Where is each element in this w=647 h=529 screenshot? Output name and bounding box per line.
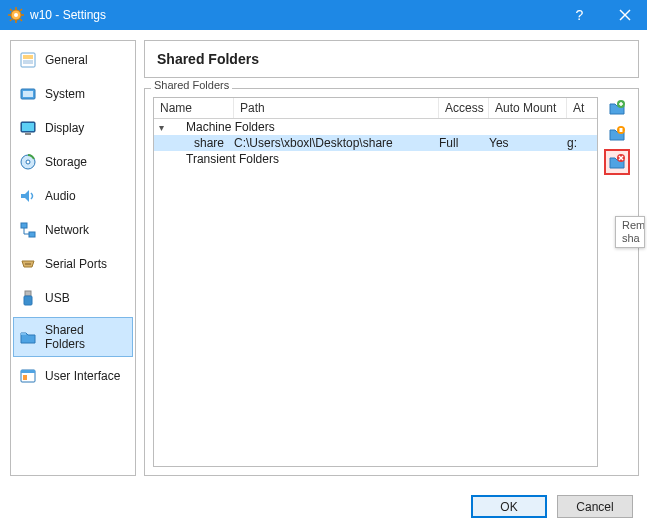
- sidebar-item-label: USB: [45, 291, 70, 305]
- dialog-footer: OK Cancel: [0, 484, 647, 529]
- sidebar-item-label: General: [45, 53, 88, 67]
- tree-group-machine-folders[interactable]: ▾ Machine Folders: [154, 119, 597, 135]
- svg-rect-28: [25, 291, 31, 296]
- shared-folders-tree[interactable]: Name Path Access Auto Mount At ▾ Machine…: [153, 97, 598, 467]
- edit-share-button[interactable]: [606, 123, 628, 145]
- network-icon: [19, 221, 37, 239]
- page-title: Shared Folders: [144, 40, 639, 78]
- ok-button[interactable]: OK: [471, 495, 547, 518]
- svg-point-22: [26, 160, 30, 164]
- svg-line-8: [20, 9, 22, 11]
- col-access[interactable]: Access: [439, 98, 489, 118]
- system-icon: [19, 85, 37, 103]
- svg-rect-32: [21, 370, 35, 373]
- audio-icon: [19, 187, 37, 205]
- tree-group-label: Transient Folders: [186, 152, 279, 166]
- sidebar-item-usb[interactable]: USB: [13, 283, 133, 313]
- svg-rect-24: [29, 232, 35, 237]
- svg-point-27: [29, 263, 31, 265]
- svg-line-6: [10, 9, 12, 11]
- col-name[interactable]: Name: [154, 98, 234, 118]
- col-at[interactable]: At: [567, 98, 597, 118]
- row-name: share: [194, 136, 224, 150]
- col-path[interactable]: Path: [234, 98, 439, 118]
- sidebar-item-label: User Interface: [45, 369, 120, 383]
- sidebar-item-shared-folders[interactable]: Shared Folders: [13, 317, 133, 357]
- sidebar-item-network[interactable]: Network: [13, 215, 133, 245]
- groupbox-legend: Shared Folders: [151, 79, 232, 91]
- sidebar-item-label: Serial Ports: [45, 257, 107, 271]
- svg-rect-29: [24, 296, 32, 305]
- svg-point-26: [27, 263, 29, 265]
- sidebar-item-label: Storage: [45, 155, 87, 169]
- sidebar-item-label: System: [45, 87, 85, 101]
- row-auto-mount: Yes: [489, 136, 567, 150]
- svg-rect-13: [23, 55, 33, 59]
- sidebar-item-storage[interactable]: Storage: [13, 147, 133, 177]
- window-title: w10 - Settings: [30, 8, 557, 22]
- main-panel: Shared Folders Shared Folders Name Path …: [144, 40, 639, 476]
- toolstrip: [604, 97, 630, 467]
- sidebar-item-label: Audio: [45, 189, 76, 203]
- row-at: g:: [567, 136, 597, 150]
- caret-down-icon[interactable]: ▾: [154, 122, 168, 133]
- row-path: C:\Users\xboxl\Desktop\share: [234, 136, 439, 150]
- usb-icon: [19, 289, 37, 307]
- svg-rect-19: [22, 123, 34, 131]
- row-access: Full: [439, 136, 489, 150]
- sidebar: General System Display Storage Audio Net…: [10, 40, 136, 476]
- svg-rect-17: [23, 91, 33, 97]
- svg-rect-33: [23, 375, 27, 380]
- user-interface-icon: [19, 367, 37, 385]
- general-icon: [19, 51, 37, 69]
- svg-line-7: [20, 19, 22, 21]
- svg-point-25: [25, 263, 27, 265]
- svg-rect-30: [21, 333, 26, 335]
- svg-rect-38: [620, 128, 623, 132]
- shared-folders-icon: [19, 328, 37, 346]
- sidebar-item-system[interactable]: System: [13, 79, 133, 109]
- tree-group-label: Machine Folders: [186, 120, 275, 134]
- sidebar-item-general[interactable]: General: [13, 45, 133, 75]
- sidebar-item-label: Display: [45, 121, 84, 135]
- tree-group-transient-folders[interactable]: Transient Folders: [154, 151, 597, 167]
- serial-ports-icon: [19, 255, 37, 273]
- sidebar-item-label: Network: [45, 223, 89, 237]
- tree-row-share[interactable]: share C:\Users\xboxl\Desktop\share Full …: [154, 135, 597, 151]
- add-share-button[interactable]: [606, 97, 628, 119]
- col-auto-mount[interactable]: Auto Mount: [489, 98, 567, 118]
- sidebar-item-user-interface[interactable]: User Interface: [13, 361, 133, 391]
- svg-point-1: [14, 13, 18, 17]
- display-icon: [19, 119, 37, 137]
- tree-header: Name Path Access Auto Mount At: [154, 98, 597, 119]
- sidebar-item-display[interactable]: Display: [13, 113, 133, 143]
- svg-rect-20: [25, 133, 31, 135]
- storage-icon: [19, 153, 37, 171]
- remove-share-button[interactable]: [604, 149, 630, 175]
- cancel-button[interactable]: Cancel: [557, 495, 633, 518]
- svg-line-9: [10, 19, 12, 21]
- gear-icon: [8, 7, 24, 23]
- sidebar-item-serial-ports[interactable]: Serial Ports: [13, 249, 133, 279]
- sidebar-item-audio[interactable]: Audio: [13, 181, 133, 211]
- sidebar-item-label: Shared Folders: [45, 323, 127, 351]
- svg-rect-23: [21, 223, 27, 228]
- close-button[interactable]: [602, 0, 647, 30]
- tooltip-remove-share: Remsha: [615, 216, 645, 248]
- help-button[interactable]: ?: [557, 0, 602, 30]
- titlebar: w10 - Settings ?: [0, 0, 647, 30]
